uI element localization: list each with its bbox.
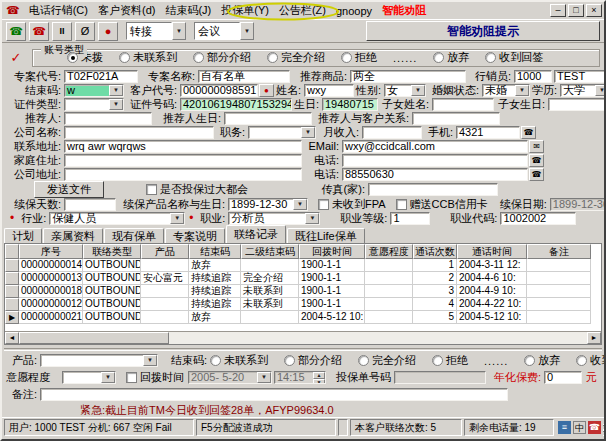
record-button[interactable]: ●: [98, 22, 118, 41]
grid-cell[interactable]: 未联系到: [241, 285, 299, 298]
renewal-date-field[interactable]: 1899-12-30: [550, 198, 606, 211]
end-code-radio[interactable]: 完全介绍: [358, 353, 416, 368]
smart-dissuade-hint-button[interactable]: 智能劝阻提示: [366, 21, 600, 41]
fax-home-field[interactable]: [368, 183, 498, 196]
grid-cell[interactable]: 1900-1-1: [299, 298, 365, 311]
end-code-radio[interactable]: 部分介绍: [284, 353, 342, 368]
grid-cell[interactable]: [527, 298, 591, 311]
end-code-radio[interactable]: 收到回签: [576, 353, 606, 368]
dial-mobile-button[interactable]: ☎: [521, 126, 536, 139]
end-code-radio[interactable]: 拒绝: [432, 353, 468, 368]
industry-combo[interactable]: 保健人员▼: [49, 212, 185, 225]
policy-number-field[interactable]: [394, 371, 486, 384]
callback-date-combo[interactable]: 2005- 5-20▼: [188, 371, 272, 384]
account-type-radio[interactable]: 放弃: [433, 50, 469, 65]
chevron-down-icon[interactable]: ▼: [109, 85, 123, 96]
referrer-field[interactable]: [64, 112, 152, 125]
send-email-button[interactable]: ✉: [529, 140, 544, 153]
menu-item-telemarketing[interactable]: 电话行销(C): [24, 2, 93, 19]
grid-cell[interactable]: [141, 259, 189, 272]
grid-cell[interactable]: 安心富元: [141, 272, 189, 285]
grid-cell[interactable]: [141, 285, 189, 298]
gender-combo[interactable]: 女▼: [384, 84, 426, 97]
project-name-field[interactable]: 自有名单: [198, 70, 290, 83]
grid-cell[interactable]: 2004-4-9 10:: [457, 285, 527, 298]
grid-col-header[interactable]: 备注: [527, 244, 591, 259]
company-phone-field[interactable]: 88550630: [342, 168, 528, 181]
project-code-field[interactable]: T02F021A: [64, 70, 138, 83]
grid-cell[interactable]: [527, 272, 591, 285]
end-code-radio[interactable]: 放弃: [524, 353, 560, 368]
tab-existing-policies[interactable]: 现有保单: [104, 228, 164, 243]
grid-cell[interactable]: OUTBOUND: [83, 311, 141, 324]
check-icon[interactable]: ✓: [6, 50, 26, 65]
grid-col-header[interactable]: 意愿程度: [365, 244, 413, 259]
grid-cell[interactable]: 1: [413, 259, 457, 272]
grid-cell[interactable]: 完全介绍: [241, 272, 299, 285]
child-birthday-field[interactable]: [548, 98, 606, 111]
grid-cell[interactable]: 2004-4-6 10:: [457, 272, 527, 285]
grid-row-selector[interactable]: [5, 298, 19, 311]
grid-row[interactable]: 00000000018 OUTBOUND 持续追踪 未联系到 1900-1-1 …: [5, 285, 601, 298]
annual-premium-field[interactable]: 0: [544, 371, 582, 384]
education-combo[interactable]: 大学▼: [560, 84, 606, 97]
mobile-field[interactable]: 4321: [456, 126, 520, 139]
grid-cell[interactable]: 3: [413, 285, 457, 298]
account-type-radio[interactable]: 完全介绍: [267, 50, 325, 65]
grid-col-header[interactable]: 序号: [19, 244, 83, 259]
grid-cell[interactable]: 00000000013: [19, 272, 83, 285]
grid-cell[interactable]: 2: [413, 272, 457, 285]
chevron-down-icon[interactable]: ▼: [257, 372, 271, 383]
grid-cell[interactable]: [141, 298, 189, 311]
tab-contact-records[interactable]: 联络记录: [226, 225, 286, 243]
grid-cell[interactable]: OUTBOUND: [83, 298, 141, 311]
restore-button[interactable]: □: [568, 4, 584, 17]
hold-button[interactable]: II: [52, 22, 72, 41]
tab-plan[interactable]: 计划: [4, 228, 42, 243]
minimize-button[interactable]: –: [550, 4, 566, 17]
customer-lookup-button[interactable]: ●: [259, 84, 274, 97]
marital-combo[interactable]: 未婚▼: [482, 84, 530, 97]
grid-row-selector[interactable]: [5, 285, 19, 298]
callback-checkbox[interactable]: 回拨时间: [126, 370, 184, 385]
customer-id-field[interactable]: 000000098591: [180, 84, 258, 97]
grid-cell[interactable]: [141, 311, 189, 324]
grid-cell[interactable]: 1900-1-1: [299, 272, 365, 285]
end-code-radio[interactable]: 未联系到: [210, 353, 268, 368]
grid-cell[interactable]: [365, 298, 413, 311]
account-type-radio[interactable]: 收到回签: [485, 50, 543, 65]
chevron-down-icon[interactable]: ▼: [109, 99, 123, 110]
grid-cell[interactable]: 未联系到: [241, 298, 299, 311]
grid-col-header[interactable]: 结束码: [189, 244, 241, 259]
grid-cell[interactable]: 1900-1-1: [299, 259, 365, 272]
renewal-product-combo[interactable]: 1899-12-30▼: [228, 198, 308, 211]
grid-cell[interactable]: [365, 311, 413, 324]
grid-cell[interactable]: 放弃: [189, 259, 241, 272]
grid-cell[interactable]: OUTBOUND: [83, 259, 141, 272]
chevron-down-icon[interactable]: ▼: [240, 22, 254, 40]
grid-cell[interactable]: 1900-1-1: [299, 285, 365, 298]
company-field[interactable]: [64, 126, 214, 139]
close-button[interactable]: ×: [586, 4, 602, 17]
hangup-button[interactable]: ☎: [29, 22, 49, 41]
occupation-level-field[interactable]: 1: [390, 212, 430, 225]
network-icon[interactable]: ≡: [558, 421, 571, 434]
address-field[interactable]: wrq awr wqrqws: [64, 140, 302, 153]
id-number-field[interactable]: 420106194807153294: [180, 98, 292, 111]
metlife-checkbox[interactable]: 是否投保过大都会: [146, 182, 248, 197]
grid-cell[interactable]: 2004-5-12 10:: [299, 311, 365, 324]
grid-cell[interactable]: [365, 272, 413, 285]
home-address-field[interactable]: [64, 154, 302, 167]
chevron-down-icon[interactable]: ▼: [172, 22, 186, 40]
grid-cell[interactable]: 00000000021: [19, 311, 83, 324]
phone-status-icon[interactable]: ☎: [588, 421, 601, 434]
grid-row-selector[interactable]: [5, 272, 19, 285]
id-type-combo[interactable]: ▼: [64, 98, 124, 111]
menu-item-smart-dissuade[interactable]: 智能劝阻: [377, 2, 431, 19]
child-name-field[interactable]: [432, 98, 494, 111]
end-code-combo[interactable]: w▼: [64, 84, 124, 97]
grid-col-header[interactable]: 通话次数: [413, 244, 457, 259]
referrer-relation-field[interactable]: [412, 112, 500, 125]
fpa-checkbox[interactable]: 未收到FPA: [318, 197, 386, 212]
dial-company-phone-button[interactable]: ☎: [529, 168, 544, 181]
